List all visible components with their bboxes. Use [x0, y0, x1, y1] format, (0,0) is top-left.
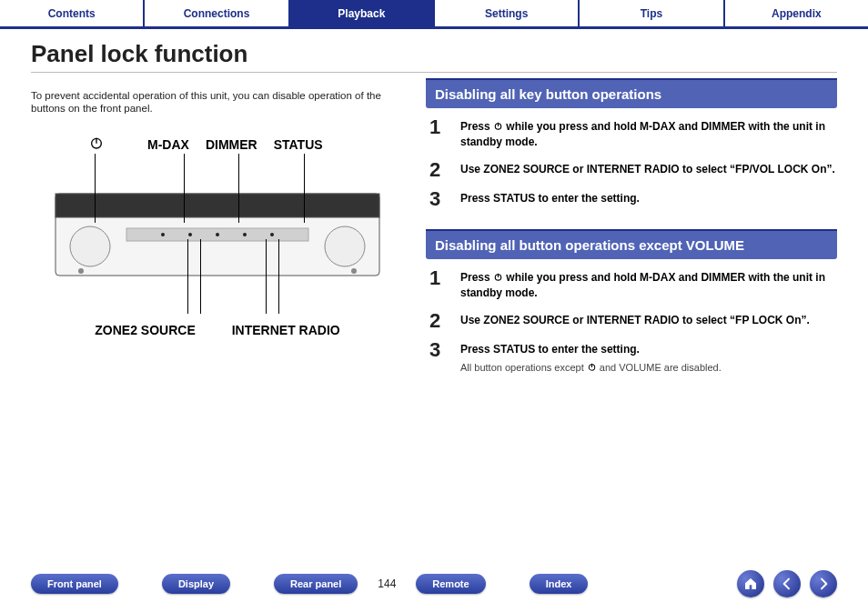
step: 3 Press STATUS to enter the setting.: [429, 189, 837, 209]
svg-rect-3: [56, 194, 379, 217]
tab-label: Settings: [485, 7, 528, 20]
step-number: 1: [429, 117, 448, 137]
top-nav: Contents Connections Playback Settings T…: [0, 0, 868, 29]
nav-display[interactable]: Display: [162, 574, 230, 594]
tab-tips[interactable]: Tips: [580, 0, 724, 26]
diagram-label-internet-radio: INTERNET RADIO: [232, 323, 340, 337]
bottom-nav: Front panel Display Rear panel 144 Remot…: [0, 570, 868, 597]
page-title: Panel lock function: [31, 40, 837, 73]
step-number: 3: [429, 189, 448, 209]
power-icon: [493, 120, 503, 130]
back-button[interactable]: [773, 570, 801, 597]
step: 2 Use ZONE2 SOURCE or INTERNET RADIO to …: [429, 160, 837, 180]
section-header: Disabling all button operations except V…: [426, 229, 837, 259]
tab-label: Contents: [48, 7, 96, 20]
tab-label: Connections: [184, 7, 250, 20]
tab-label: Tips: [641, 7, 662, 20]
step-text: Use ZONE2 SOURCE or INTERNET RADIO to se…: [460, 160, 835, 177]
svg-point-10: [188, 233, 192, 236]
home-icon: [743, 577, 758, 591]
power-icon: [493, 271, 503, 281]
svg-point-4: [70, 226, 110, 266]
nav-index[interactable]: Index: [530, 574, 589, 594]
arrow-right-icon: [816, 577, 831, 591]
step: 3 Press STATUS to enter the setting. All…: [429, 340, 837, 376]
tab-playback[interactable]: Playback: [290, 0, 435, 26]
nav-front-panel[interactable]: Front panel: [31, 574, 118, 594]
svg-point-12: [243, 233, 247, 236]
tab-appendix[interactable]: Appendix: [725, 0, 868, 26]
svg-point-11: [216, 233, 219, 236]
nav-rear-panel[interactable]: Rear panel: [274, 574, 358, 594]
step-text: Press while you press and hold M-DAX and…: [460, 117, 837, 151]
section-header: Disabling all key button operations: [426, 78, 837, 108]
step-note: All button operations except and VOLUME …: [460, 361, 722, 376]
step-text: Use ZONE2 SOURCE or INTERNET RADIO to se…: [460, 311, 810, 328]
tab-contents[interactable]: Contents: [0, 0, 145, 26]
diagram-label-dimmer: DIMMER: [206, 137, 257, 152]
step-number: 2: [429, 160, 448, 180]
device-illustration: [54, 185, 381, 285]
page-number: 144: [378, 577, 396, 590]
arrow-left-icon: [780, 577, 794, 591]
intro-text: To prevent accidental operation of this …: [31, 89, 404, 116]
svg-point-13: [270, 233, 274, 236]
step-text: Press while you press and hold M-DAX and…: [460, 268, 837, 302]
tab-label: Appendix: [772, 7, 822, 20]
svg-point-7: [78, 268, 84, 274]
step-number: 1: [429, 268, 448, 288]
section-disable-all: Disabling all key button operations 1 Pr…: [426, 78, 837, 209]
step-number: 2: [429, 311, 448, 331]
forward-button[interactable]: [810, 570, 837, 597]
device-diagram: M-DAX DIMMER STATUS: [31, 137, 404, 337]
nav-remote[interactable]: Remote: [416, 574, 485, 594]
tab-connections[interactable]: Connections: [145, 0, 289, 26]
diagram-label-mdax: M-DAX: [147, 137, 189, 152]
step-number: 3: [429, 340, 448, 360]
step-text: Press STATUS to enter the setting.: [460, 189, 640, 206]
diagram-label-zone2-source: ZONE2 SOURCE: [95, 323, 195, 337]
step: 2 Use ZONE2 SOURCE or INTERNET RADIO to …: [429, 311, 837, 331]
tab-settings[interactable]: Settings: [435, 0, 580, 26]
step-text: Press STATUS to enter the setting. All b…: [460, 340, 722, 376]
svg-point-5: [325, 226, 365, 266]
home-button[interactable]: [737, 570, 764, 597]
svg-point-9: [161, 233, 165, 236]
section-disable-except-volume: Disabling all button operations except V…: [426, 229, 837, 376]
svg-point-8: [351, 268, 357, 274]
diagram-label-status: STATUS: [274, 137, 323, 152]
step: 1 Press while you press and hold M-DAX a…: [429, 268, 837, 302]
tab-label: Playback: [338, 7, 385, 20]
step: 1 Press while you press and hold M-DAX a…: [429, 117, 837, 151]
power-icon: [587, 362, 597, 372]
